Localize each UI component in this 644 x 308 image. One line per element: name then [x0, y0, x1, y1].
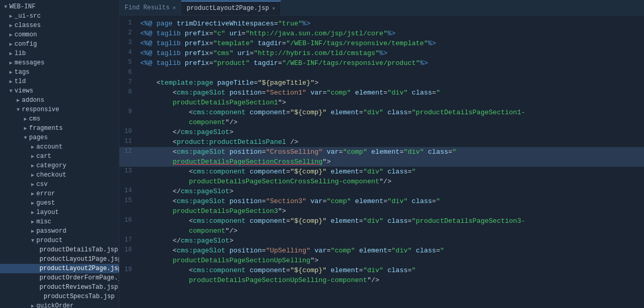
- arrow-icon: [36, 294, 44, 300]
- sidebar-label: cart: [36, 153, 51, 160]
- sidebar-label: fragments: [29, 125, 63, 132]
- sidebar-item-addons[interactable]: ▶ addons: [0, 96, 119, 105]
- code-line-1: 1 <%@ page trimDirectiveWhitespaces="tru…: [119, 19, 644, 29]
- sidebar-item-category[interactable]: ▶ category: [0, 161, 119, 170]
- sidebar-label: csv: [36, 181, 48, 188]
- sidebar-label: guest: [36, 199, 55, 207]
- sidebar-item-quickOrder[interactable]: ▶ quickOrder: [0, 301, 119, 308]
- code-line-15a: 15 <cms:pageSlot position="Section3" var…: [119, 196, 644, 206]
- code-editor[interactable]: 1 <%@ page trimDirectiveWhitespaces="tru…: [119, 16, 644, 308]
- sidebar-item-error[interactable]: ▶ error: [0, 189, 119, 198]
- arrow-icon: ▶: [29, 163, 36, 169]
- code-line-19a: 19 <cms:component component="${comp}" el…: [119, 265, 644, 275]
- sidebar-item-account[interactable]: ▶ account: [0, 142, 119, 152]
- arrow-icon: ▶: [15, 97, 22, 103]
- sidebar-item-product[interactable]: ▼ product: [0, 236, 119, 245]
- sidebar-label: layout: [36, 209, 59, 216]
- arrow-icon: ▶: [29, 200, 36, 206]
- arrow-icon: ▶: [7, 41, 15, 47]
- sidebar-label: productSpecsTab.jsp: [44, 293, 115, 300]
- sidebar-label: productReviewsTab.jsp: [39, 284, 118, 291]
- sidebar-item-productLayout1Page[interactable]: productLayout1Page.jsp: [0, 255, 119, 264]
- code-line-19b: productDetailsPageSectionUpSelling-compo…: [119, 275, 644, 285]
- sidebar-label: common: [15, 31, 37, 38]
- sidebar-item-tld[interactable]: ▶ tld: [0, 77, 119, 86]
- code-line-3: 3 <%@ taglib prefix="template" tagdir="/…: [119, 38, 644, 48]
- sidebar-item-web-inf[interactable]: ▼ WEB-INF: [0, 2, 119, 11]
- tab-label: Find Results: [125, 4, 169, 11]
- sidebar-item-guest[interactable]: ▶ guest: [0, 198, 119, 208]
- sidebar-item-messages[interactable]: ▶ messages: [0, 58, 119, 68]
- sidebar-label: responsive: [22, 106, 59, 113]
- sidebar-label: addons: [22, 97, 44, 104]
- tab-productLayout2Page[interactable]: productLayout2Page.jsp ✕: [181, 1, 280, 15]
- code-line-11: 11 <product:productDetailsPanel />: [119, 137, 644, 147]
- arrow-icon: ▶: [22, 116, 29, 122]
- sidebar-item-common[interactable]: ▶ common: [0, 30, 119, 39]
- sidebar-label: cms: [29, 115, 41, 123]
- sidebar-label: misc: [36, 218, 51, 225]
- sidebar-item-views[interactable]: ▼ views: [0, 86, 119, 96]
- tab-label: productLayout2Page.jsp: [186, 5, 269, 12]
- sidebar-item-cms[interactable]: ▶ cms: [0, 114, 119, 124]
- tab-close-find-results[interactable]: ✕: [172, 5, 176, 11]
- sidebar-item-productOrderFormPage[interactable]: productOrderFormPage.jsp: [0, 273, 119, 283]
- code-line-12b: productDetailsPageSectionCrossSelling">: [119, 157, 644, 167]
- code-line-7: 7 <template:page pageTitle="${pageTitle}…: [119, 78, 644, 88]
- sidebar-label: lib: [15, 50, 26, 57]
- code-line-14: 14 </cms:pageSlot>: [119, 186, 644, 196]
- arrow-icon: ▶: [29, 153, 36, 159]
- sidebar-label: messages: [15, 59, 45, 66]
- sidebar-item-misc[interactable]: ▶ misc: [0, 217, 119, 226]
- sidebar-item-checkout[interactable]: ▶ checkout: [0, 170, 119, 180]
- sidebar-label: productLayout1Page.jsp: [39, 256, 119, 263]
- sidebar-item-productLayout2Page[interactable]: productLayout2Page.jsp: [0, 264, 119, 273]
- code-line-9a: 9 <cms:component component="${comp}" ele…: [119, 108, 644, 117]
- sidebar-label: config: [15, 41, 37, 48]
- sidebar-item-cart[interactable]: ▶ cart: [0, 152, 119, 161]
- sidebar-item-responsive[interactable]: ▼ responsive: [0, 105, 119, 114]
- editor-main: Find Results ✕ productLayout2Page.jsp ✕ …: [119, 0, 644, 308]
- sidebar-label: checkout: [36, 171, 66, 179]
- arrow-icon: ▼: [22, 135, 29, 141]
- arrow-icon: ▶: [29, 303, 36, 308]
- sidebar-item-layout[interactable]: ▶ layout: [0, 208, 119, 217]
- sidebar-label: productOrderFormPage.jsp: [39, 274, 119, 282]
- arrow-icon: ▶: [7, 22, 15, 29]
- code-line-16b: component"/>: [119, 226, 644, 236]
- sidebar-item-csv[interactable]: ▶ csv: [0, 180, 119, 189]
- tab-find-results[interactable]: Find Results ✕: [119, 1, 181, 15]
- code-line-12a: 12 <cms:pageSlot position="CrossSelling"…: [119, 147, 644, 157]
- tab-bar: Find Results ✕ productLayout2Page.jsp ✕: [119, 0, 644, 16]
- file-tree: ▼ WEB-INF ▶ _ui-src ▶ classes ▶ common ▶…: [0, 0, 119, 308]
- code-line-17: 17 </cms:pageSlot>: [119, 236, 644, 246]
- arrow-icon: ▶: [29, 209, 36, 216]
- sidebar-item-lib[interactable]: ▶ lib: [0, 49, 119, 58]
- sidebar-item-productReviewsTab[interactable]: productReviewsTab.jsp: [0, 283, 119, 292]
- sidebar-item-tags[interactable]: ▶ tags: [0, 68, 119, 77]
- sidebar-item-pages[interactable]: ▼ pages: [0, 133, 119, 142]
- sidebar-item-ui-src[interactable]: ▶ _ui-src: [0, 11, 119, 21]
- arrow-icon: ▶: [29, 219, 36, 225]
- sidebar-item-fragments[interactable]: ▶ fragments: [0, 124, 119, 133]
- sidebar-label: tld: [15, 78, 26, 85]
- arrow-icon: ▼: [7, 88, 15, 94]
- arrow-icon: ▶: [29, 144, 36, 150]
- sidebar-label: productLayout2Page.jsp: [39, 265, 119, 272]
- sidebar-label: quickOrder: [36, 302, 74, 308]
- sidebar-label: WEB-INF: [9, 3, 35, 10]
- sidebar-label: pages: [29, 134, 48, 141]
- arrow-icon: ▶: [7, 78, 15, 85]
- sidebar-item-classes[interactable]: ▶ classes: [0, 21, 119, 30]
- code-line-6: 6: [119, 68, 644, 78]
- code-line-13b: productDetailsPageSectionCrossSelling-co…: [119, 177, 644, 186]
- arrow-icon: ▶: [7, 32, 15, 38]
- sidebar-item-config[interactable]: ▶ config: [0, 39, 119, 49]
- arrow-icon: ▶: [7, 13, 15, 19]
- tab-close-productLayout2Page[interactable]: ✕: [272, 5, 275, 11]
- sidebar-item-productSpecsTab[interactable]: productSpecsTab.jsp: [0, 292, 119, 301]
- sidebar-item-password[interactable]: ▶ password: [0, 226, 119, 236]
- sidebar-label: classes: [15, 22, 41, 29]
- code-line-9b: component"/>: [119, 117, 644, 127]
- sidebar-item-productDetailsTab[interactable]: productDetailsTab.jsp: [0, 245, 119, 255]
